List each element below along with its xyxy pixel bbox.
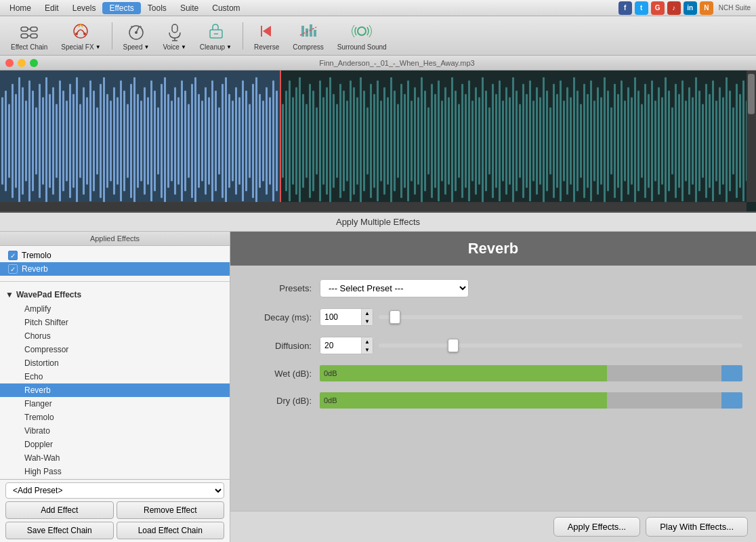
tree-item-tremolo[interactable]: Tremolo: [0, 411, 230, 424]
nch-icon[interactable]: N: [700, 1, 713, 15]
svg-rect-179: [522, 84, 524, 198]
tree-item-vibrato[interactable]: Vibrato: [0, 424, 230, 438]
diffusion-up-button[interactable]: ▲: [362, 337, 373, 346]
left-panel: Applied Effects ✓ Tremolo ✓ Reverb ▼ Wav…: [0, 232, 230, 542]
decay-slider-track[interactable]: [379, 315, 742, 319]
menu-custom[interactable]: Custom: [205, 2, 247, 14]
svg-rect-151: [427, 107, 429, 174]
svg-rect-60: [120, 81, 122, 201]
svg-rect-101: [259, 94, 261, 188]
svg-rect-196: [580, 104, 582, 178]
tree-item-high-pass[interactable]: High Pass: [0, 465, 230, 478]
toolbar-cleanup[interactable]: Cleanup ▼: [194, 18, 237, 54]
toolbar-surround[interactable]: Surround Sound: [332, 18, 392, 54]
tree-item-reverb[interactable]: Reverb: [0, 383, 230, 397]
waveform-container[interactable]: // This is inside SVG so it won't execut…: [0, 70, 756, 213]
decay-up-button[interactable]: ▲: [362, 309, 373, 317]
wet-db-value: 0dB: [324, 369, 337, 377]
special-fx-icon: [70, 20, 91, 42]
svg-rect-47: [76, 77, 78, 205]
menu-suite[interactable]: Suite: [173, 2, 205, 14]
menu-effects[interactable]: Effects: [102, 2, 140, 14]
svg-rect-37: [42, 98, 44, 185]
svg-rect-143: [400, 84, 402, 198]
play-with-effects-button[interactable]: Play With Effects...: [646, 517, 748, 537]
svg-rect-209: [624, 101, 626, 182]
svg-rect-139: [387, 98, 389, 185]
tree-item-echo[interactable]: Echo: [0, 370, 230, 383]
toolbar-special-fx[interactable]: Special FX ▼: [56, 18, 106, 54]
svg-rect-145: [407, 81, 409, 201]
menu-home[interactable]: Home: [3, 2, 38, 14]
decay-down-button[interactable]: ▼: [362, 317, 373, 325]
tree-item-doppler[interactable]: Doppler: [0, 438, 230, 451]
decay-slider-thumb[interactable]: [390, 310, 400, 324]
svg-rect-225: [678, 94, 680, 188]
linkedin-icon[interactable]: in: [684, 1, 697, 15]
svg-rect-113: [299, 77, 301, 205]
save-effect-chain-button[interactable]: Save Effect Chain: [5, 522, 114, 539]
decay-input[interactable]: [320, 310, 361, 325]
tree-item-compressor[interactable]: Compressor: [0, 343, 230, 356]
tree-item-chorus[interactable]: Chorus: [0, 329, 230, 343]
tree-item-wah-wah[interactable]: Wah-Wah: [0, 451, 230, 465]
svg-rect-173: [502, 101, 504, 182]
svg-rect-171: [495, 94, 497, 188]
svg-rect-248: [0, 202, 747, 211]
left-bottom: <Add Preset> Add Effect Remove Effect Sa…: [0, 479, 230, 542]
diffusion-down-button[interactable]: ▼: [362, 346, 373, 354]
diffusion-slider-track[interactable]: [379, 343, 742, 348]
applied-effect-reverb[interactable]: ✓ Reverb: [0, 262, 230, 276]
tree-root-wavepad[interactable]: ▼ WavePad Effects: [0, 287, 230, 302]
tree-item-amplify[interactable]: Amplify: [0, 302, 230, 316]
menu-tools[interactable]: Tools: [141, 2, 173, 14]
facebook-icon[interactable]: f: [618, 1, 632, 15]
toolbar-speed[interactable]: Speed ▼: [118, 18, 155, 54]
menu-edit[interactable]: Edit: [38, 2, 66, 14]
toolbar-reverse[interactable]: Reverse: [249, 18, 285, 54]
load-effect-chain-button[interactable]: Load Effect Chain: [117, 522, 225, 539]
svg-rect-33: [28, 81, 30, 201]
diffusion-input[interactable]: [320, 338, 361, 353]
dry-db-value: 0dB: [324, 396, 337, 404]
svg-rect-207: [617, 94, 619, 188]
svg-rect-96: [242, 81, 244, 201]
remove-effect-button[interactable]: Remove Effect: [117, 501, 225, 519]
toolbar-effect-chain[interactable]: Effect Chain: [5, 18, 53, 54]
music-icon[interactable]: ♪: [667, 1, 681, 15]
svg-rect-140: [390, 77, 392, 205]
svg-rect-232: [702, 104, 704, 178]
tremolo-checkbox[interactable]: ✓: [8, 251, 18, 260]
applied-effect-tremolo[interactable]: ✓ Tremolo: [0, 249, 230, 262]
svg-rect-130: [356, 98, 358, 185]
decay-spinner: ▲ ▼: [361, 309, 373, 325]
window-controls: [5, 59, 38, 67]
add-preset-select[interactable]: <Add Preset>: [5, 482, 224, 499]
diffusion-slider-thumb[interactable]: [448, 339, 459, 352]
svg-rect-150: [424, 91, 426, 192]
svg-rect-154: [438, 81, 440, 201]
tree-item-pitch-shifter[interactable]: Pitch Shifter: [0, 316, 230, 329]
menu-levels[interactable]: Levels: [66, 2, 103, 14]
svg-rect-75: [171, 101, 173, 182]
tree-item-distortion[interactable]: Distortion: [0, 356, 230, 370]
apply-effects-button[interactable]: Apply Effects...: [553, 517, 640, 537]
add-effect-button[interactable]: Add Effect: [5, 501, 114, 519]
svg-rect-86: [208, 98, 210, 185]
close-button[interactable]: [5, 59, 14, 67]
reverb-checkbox[interactable]: ✓: [8, 264, 18, 274]
dry-bar-track[interactable]: 0dB: [320, 392, 742, 409]
maximize-button[interactable]: [30, 59, 38, 67]
right-action-buttons: Apply Effects... Play With Effects...: [553, 517, 748, 537]
tree-item-flanger[interactable]: Flanger: [0, 397, 230, 411]
svg-rect-205: [610, 107, 612, 174]
wet-bar-track[interactable]: 0dB: [320, 365, 742, 381]
svg-rect-46: [72, 94, 75, 188]
minimize-button[interactable]: [18, 59, 26, 67]
toolbar-voice[interactable]: Voice ▼: [157, 18, 191, 54]
svg-rect-144: [404, 94, 406, 188]
toolbar-compress[interactable]: Compress: [287, 18, 329, 54]
twitter-icon[interactable]: t: [635, 1, 648, 15]
google-icon[interactable]: G: [651, 1, 665, 15]
preset-select[interactable]: --- Select Preset ---: [320, 279, 469, 297]
